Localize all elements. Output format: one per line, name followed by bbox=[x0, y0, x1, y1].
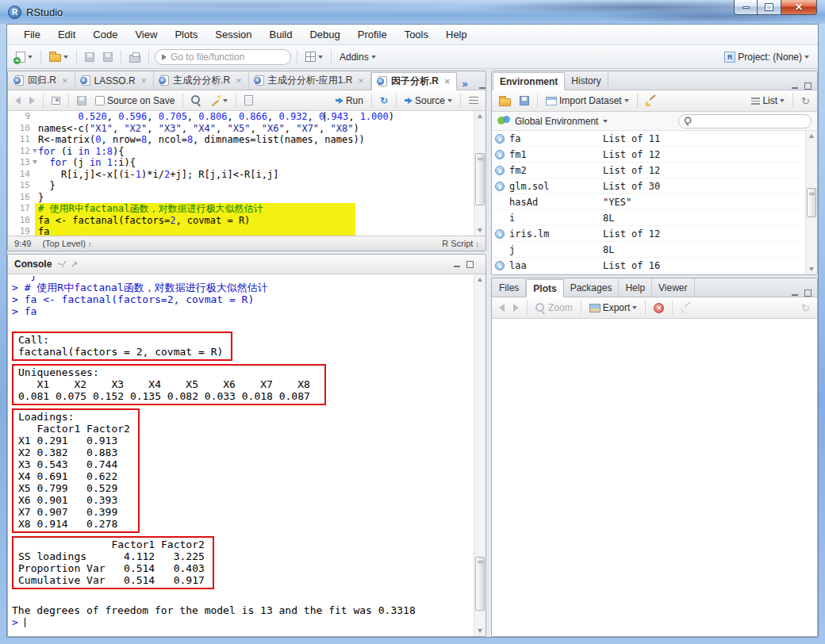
scrollbar-thumb[interactable] bbox=[475, 153, 485, 205]
new-file-button[interactable] bbox=[13, 50, 35, 64]
project-button[interactable]: RProject: (None) bbox=[722, 50, 812, 64]
save-source-button[interactable] bbox=[75, 94, 89, 107]
menu-tools[interactable]: Tools bbox=[396, 26, 437, 43]
plots-tab-packages[interactable]: Packages bbox=[564, 278, 620, 297]
environment-row[interactable]: fm2List of 12 bbox=[492, 163, 817, 178]
minimize-pane-button[interactable] bbox=[478, 82, 486, 90]
menu-help[interactable]: Help bbox=[437, 26, 476, 43]
document-outline-button[interactable] bbox=[466, 95, 481, 106]
menu-code[interactable]: Code bbox=[84, 26, 126, 43]
console-output[interactable]: }> # 使用R中factanal函数，对数据进行极大似然估计> fa <- f… bbox=[8, 274, 485, 636]
close-tab-icon[interactable]: ✕ bbox=[358, 77, 364, 85]
refresh-button[interactable]: ↻ bbox=[799, 94, 812, 108]
fold-arrow-icon[interactable] bbox=[33, 160, 37, 164]
environment-scope-label[interactable]: Global Environment bbox=[515, 116, 598, 127]
source-on-save-checkbox[interactable]: Source on Save bbox=[93, 94, 177, 108]
popout-button[interactable] bbox=[49, 95, 63, 106]
expand-icon[interactable] bbox=[495, 261, 505, 270]
expand-icon[interactable] bbox=[495, 134, 505, 144]
console-scrollbar[interactable] bbox=[474, 274, 485, 636]
back-button[interactable] bbox=[13, 95, 23, 106]
scroll-down-icon[interactable] bbox=[809, 267, 814, 271]
menu-profile[interactable]: Profile bbox=[349, 26, 396, 43]
scope-selector[interactable]: (Top Level) ↕ bbox=[42, 239, 91, 248]
scroll-up-icon[interactable] bbox=[809, 134, 814, 138]
find-button[interactable] bbox=[189, 94, 204, 107]
environment-row[interactable]: iris.lmList of 12 bbox=[492, 226, 817, 242]
source-button[interactable]: Source bbox=[402, 94, 455, 108]
remove-plot-button[interactable]: ✕ bbox=[651, 301, 666, 315]
expand-icon[interactable] bbox=[495, 150, 505, 159]
panes-layout-button[interactable] bbox=[303, 50, 325, 63]
env-tab-history[interactable]: History bbox=[565, 71, 608, 90]
scroll-up-icon[interactable] bbox=[478, 278, 482, 282]
source-tab[interactable]: 主成分分析-应用1.R✕ bbox=[249, 71, 371, 90]
minimize-pane-button[interactable] bbox=[791, 289, 800, 297]
editor-scrollbar[interactable] bbox=[474, 111, 485, 236]
print-button[interactable] bbox=[127, 50, 143, 64]
source-tab[interactable]: 主成分分析.R✕ bbox=[154, 71, 249, 90]
menu-session[interactable]: Session bbox=[206, 26, 260, 43]
scroll-down-icon[interactable] bbox=[478, 629, 482, 633]
refresh-plots-button[interactable]: ↻ bbox=[799, 301, 812, 315]
plots-tab-plots[interactable]: Plots bbox=[526, 279, 563, 297]
import-dataset-button[interactable]: Import Dataset bbox=[543, 94, 631, 108]
run-button[interactable]: Run bbox=[333, 94, 366, 108]
source-tab[interactable]: 回归.R✕ bbox=[9, 71, 75, 90]
close-tab-icon[interactable]: ✕ bbox=[141, 77, 148, 85]
scroll-down-icon[interactable] bbox=[478, 228, 482, 232]
environment-row[interactable]: hasAd"YES" bbox=[492, 194, 817, 210]
close-tab-icon[interactable]: ✕ bbox=[62, 77, 68, 85]
addins-button[interactable]: Addins bbox=[337, 50, 378, 64]
menu-debug[interactable]: Debug bbox=[301, 26, 348, 43]
expand-icon[interactable] bbox=[495, 182, 505, 191]
compile-notebook-button[interactable] bbox=[242, 94, 255, 107]
open-file-button[interactable] bbox=[47, 50, 71, 63]
plot-forward-button[interactable] bbox=[511, 302, 521, 313]
forward-button[interactable] bbox=[27, 95, 37, 106]
fold-arrow-icon[interactable] bbox=[33, 149, 37, 153]
clear-workspace-button[interactable] bbox=[643, 94, 658, 108]
scrollbar-thumb[interactable] bbox=[475, 557, 485, 611]
plot-back-button[interactable] bbox=[497, 302, 507, 313]
save-all-button[interactable] bbox=[101, 51, 115, 63]
scrollbar-thumb[interactable] bbox=[807, 188, 816, 217]
environment-row[interactable]: glm.solList of 30 bbox=[492, 178, 817, 194]
list-view-button[interactable]: List bbox=[749, 94, 787, 108]
environment-row[interactable]: fm1List of 12 bbox=[492, 147, 817, 163]
environment-search-input[interactable] bbox=[693, 117, 806, 126]
load-workspace-button[interactable] bbox=[497, 94, 513, 108]
maximize-button[interactable] bbox=[758, 0, 781, 15]
goto-file-input[interactable] bbox=[171, 52, 274, 63]
clear-plots-button[interactable] bbox=[678, 301, 693, 315]
menu-edit[interactable]: Edit bbox=[49, 26, 84, 43]
source-tab[interactable]: LASSO.R✕ bbox=[75, 71, 155, 90]
plots-tab-help[interactable]: Help bbox=[619, 278, 652, 297]
maximize-pane-button[interactable] bbox=[804, 82, 812, 90]
environment-row[interactable]: j8L bbox=[492, 242, 817, 258]
environment-row[interactable]: laaList of 16 bbox=[492, 258, 817, 274]
expand-icon[interactable] bbox=[495, 229, 505, 239]
code-editor[interactable]: 9 0.520, 0.596, 0.705, 0.806, 0.866, 0.9… bbox=[8, 111, 485, 236]
code-tools-button[interactable] bbox=[208, 94, 230, 107]
close-tab-icon[interactable]: ✕ bbox=[236, 77, 242, 85]
minimize-button[interactable] bbox=[734, 0, 758, 15]
maximize-pane-button[interactable] bbox=[804, 289, 812, 297]
expand-icon[interactable] bbox=[495, 166, 505, 175]
environment-scrollbar[interactable] bbox=[805, 131, 817, 274]
menu-build[interactable]: Build bbox=[261, 26, 301, 43]
save-button[interactable] bbox=[82, 51, 97, 63]
source-tab[interactable]: 因子分析.R✕ bbox=[371, 72, 458, 90]
close-button[interactable]: ✕ bbox=[781, 0, 817, 15]
zoom-button[interactable]: Zoom bbox=[533, 301, 575, 315]
menu-plots[interactable]: Plots bbox=[166, 26, 206, 43]
filetype-selector[interactable]: R Script ↕ bbox=[442, 239, 479, 248]
environment-row[interactable]: i8L bbox=[492, 210, 817, 226]
menu-view[interactable]: View bbox=[126, 26, 166, 43]
maximize-pane-button[interactable] bbox=[466, 261, 474, 268]
export-button[interactable]: Export bbox=[587, 301, 640, 315]
titlebar[interactable]: R RStudio ✕ bbox=[0, 0, 825, 24]
minimize-pane-button[interactable] bbox=[453, 260, 462, 268]
plots-tab-viewer[interactable]: Viewer bbox=[652, 278, 694, 297]
save-workspace-button[interactable] bbox=[517, 94, 531, 107]
